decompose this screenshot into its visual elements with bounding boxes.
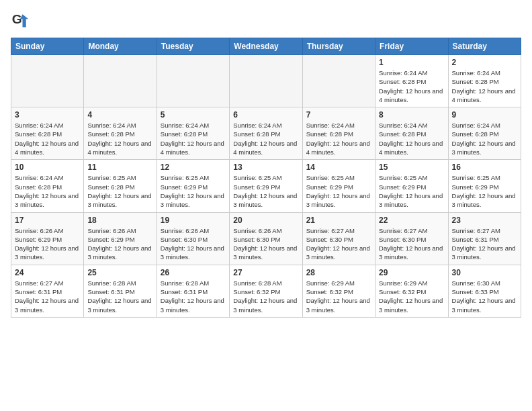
day-number: 10	[15, 163, 80, 172]
day-info: Sunrise: 6:25 AM Sunset: 6:29 PM Dayligh…	[306, 173, 371, 209]
calendar-day-cell: 11Sunrise: 6:25 AM Sunset: 6:28 PM Dayli…	[84, 160, 157, 212]
calendar-week-row: 10Sunrise: 6:24 AM Sunset: 6:28 PM Dayli…	[11, 160, 521, 212]
day-number: 14	[306, 163, 371, 172]
day-number: 9	[452, 110, 517, 120]
day-info: Sunrise: 6:27 AM Sunset: 6:31 PM Dayligh…	[452, 226, 517, 262]
day-info: Sunrise: 6:26 AM Sunset: 6:30 PM Dayligh…	[161, 226, 226, 262]
calendar-day-cell: 15Sunrise: 6:25 AM Sunset: 6:29 PM Dayli…	[375, 160, 448, 212]
day-info: Sunrise: 6:24 AM Sunset: 6:28 PM Dayligh…	[379, 121, 444, 156]
page-header: G	[11, 11, 521, 30]
calendar-day-cell: 16Sunrise: 6:25 AM Sunset: 6:29 PM Dayli…	[448, 160, 521, 212]
day-info: Sunrise: 6:29 AM Sunset: 6:32 PM Dayligh…	[306, 279, 371, 314]
day-info: Sunrise: 6:25 AM Sunset: 6:29 PM Dayligh…	[379, 173, 444, 209]
calendar-day-cell: 28Sunrise: 6:29 AM Sunset: 6:32 PM Dayli…	[302, 265, 375, 317]
logo: G	[11, 11, 32, 30]
calendar-table: SundayMondayTuesdayWednesdayThursdayFrid…	[11, 38, 521, 318]
day-info: Sunrise: 6:24 AM Sunset: 6:28 PM Dayligh…	[15, 173, 80, 209]
day-number: 7	[306, 110, 371, 120]
calendar-day-cell: 23Sunrise: 6:27 AM Sunset: 6:31 PM Dayli…	[448, 212, 521, 265]
calendar-day-cell: 26Sunrise: 6:28 AM Sunset: 6:31 PM Dayli…	[157, 265, 229, 317]
day-info: Sunrise: 6:24 AM Sunset: 6:28 PM Dayligh…	[233, 121, 298, 156]
calendar-day-cell: 12Sunrise: 6:25 AM Sunset: 6:29 PM Dayli…	[157, 160, 229, 212]
day-number: 30	[452, 268, 517, 277]
day-number: 15	[379, 163, 444, 172]
calendar-body: 1Sunrise: 6:24 AM Sunset: 6:28 PM Daylig…	[11, 55, 521, 318]
day-number: 17	[15, 216, 80, 225]
day-number: 22	[379, 216, 444, 225]
svg-text:G: G	[12, 12, 22, 26]
day-number: 4	[87, 110, 152, 120]
calendar-day-cell: 18Sunrise: 6:26 AM Sunset: 6:29 PM Dayli…	[84, 212, 157, 265]
calendar-week-row: 1Sunrise: 6:24 AM Sunset: 6:28 PM Daylig…	[11, 55, 521, 107]
calendar-day-cell	[230, 55, 302, 107]
day-info: Sunrise: 6:24 AM Sunset: 6:28 PM Dayligh…	[87, 121, 152, 156]
day-info: Sunrise: 6:24 AM Sunset: 6:28 PM Dayligh…	[379, 68, 444, 104]
calendar-day-cell: 7Sunrise: 6:24 AM Sunset: 6:28 PM Daylig…	[302, 107, 375, 160]
weekday-header-cell: Tuesday	[157, 38, 229, 55]
day-number: 28	[306, 268, 371, 277]
calendar-week-row: 3Sunrise: 6:24 AM Sunset: 6:28 PM Daylig…	[11, 107, 521, 160]
calendar-day-cell: 2Sunrise: 6:24 AM Sunset: 6:28 PM Daylig…	[448, 55, 521, 107]
day-info: Sunrise: 6:24 AM Sunset: 6:28 PM Dayligh…	[452, 68, 517, 104]
day-number: 24	[15, 268, 80, 277]
day-info: Sunrise: 6:25 AM Sunset: 6:29 PM Dayligh…	[452, 173, 517, 209]
day-number: 13	[233, 163, 298, 172]
calendar-day-cell: 20Sunrise: 6:26 AM Sunset: 6:30 PM Dayli…	[230, 212, 302, 265]
day-number: 12	[161, 163, 226, 172]
calendar-day-cell	[11, 55, 84, 107]
weekday-header-cell: Friday	[375, 38, 448, 55]
logo-icon: G	[11, 11, 30, 30]
calendar-day-cell: 1Sunrise: 6:24 AM Sunset: 6:28 PM Daylig…	[375, 55, 448, 107]
calendar-day-cell: 6Sunrise: 6:24 AM Sunset: 6:28 PM Daylig…	[230, 107, 302, 160]
calendar-day-cell: 10Sunrise: 6:24 AM Sunset: 6:28 PM Dayli…	[11, 160, 84, 212]
calendar-day-cell: 5Sunrise: 6:24 AM Sunset: 6:28 PM Daylig…	[157, 107, 229, 160]
day-number: 26	[161, 268, 226, 277]
day-info: Sunrise: 6:24 AM Sunset: 6:28 PM Dayligh…	[161, 121, 226, 156]
calendar-day-cell: 25Sunrise: 6:28 AM Sunset: 6:31 PM Dayli…	[84, 265, 157, 317]
calendar-day-cell: 22Sunrise: 6:27 AM Sunset: 6:30 PM Dayli…	[375, 212, 448, 265]
day-info: Sunrise: 6:26 AM Sunset: 6:30 PM Dayligh…	[233, 226, 298, 262]
day-number: 23	[452, 216, 517, 225]
day-number: 29	[379, 268, 444, 277]
day-info: Sunrise: 6:27 AM Sunset: 6:30 PM Dayligh…	[306, 226, 371, 262]
day-info: Sunrise: 6:24 AM Sunset: 6:28 PM Dayligh…	[306, 121, 371, 156]
day-number: 8	[379, 110, 444, 120]
weekday-header-cell: Saturday	[448, 38, 521, 55]
day-number: 18	[87, 216, 152, 225]
day-number: 16	[452, 163, 517, 172]
day-number: 27	[233, 268, 298, 277]
day-info: Sunrise: 6:25 AM Sunset: 6:29 PM Dayligh…	[233, 173, 298, 209]
calendar-day-cell	[157, 55, 229, 107]
calendar-week-row: 17Sunrise: 6:26 AM Sunset: 6:29 PM Dayli…	[11, 212, 521, 265]
weekday-header-row: SundayMondayTuesdayWednesdayThursdayFrid…	[11, 38, 521, 55]
day-info: Sunrise: 6:26 AM Sunset: 6:29 PM Dayligh…	[15, 226, 80, 262]
weekday-header-cell: Wednesday	[230, 38, 302, 55]
day-info: Sunrise: 6:24 AM Sunset: 6:28 PM Dayligh…	[15, 121, 80, 156]
day-number: 19	[161, 216, 226, 225]
day-info: Sunrise: 6:28 AM Sunset: 6:31 PM Dayligh…	[161, 279, 226, 314]
calendar-week-row: 24Sunrise: 6:27 AM Sunset: 6:31 PM Dayli…	[11, 265, 521, 317]
calendar-day-cell: 14Sunrise: 6:25 AM Sunset: 6:29 PM Dayli…	[302, 160, 375, 212]
day-number: 25	[87, 268, 152, 277]
calendar-day-cell: 13Sunrise: 6:25 AM Sunset: 6:29 PM Dayli…	[230, 160, 302, 212]
day-number: 21	[306, 216, 371, 225]
calendar-day-cell: 24Sunrise: 6:27 AM Sunset: 6:31 PM Dayli…	[11, 265, 84, 317]
day-info: Sunrise: 6:28 AM Sunset: 6:31 PM Dayligh…	[87, 279, 152, 314]
day-number: 20	[233, 216, 298, 225]
day-info: Sunrise: 6:26 AM Sunset: 6:29 PM Dayligh…	[87, 226, 152, 262]
calendar-day-cell: 27Sunrise: 6:28 AM Sunset: 6:32 PM Dayli…	[230, 265, 302, 317]
day-number: 11	[87, 163, 152, 172]
day-number: 1	[379, 58, 444, 67]
calendar-day-cell: 19Sunrise: 6:26 AM Sunset: 6:30 PM Dayli…	[157, 212, 229, 265]
calendar-day-cell: 8Sunrise: 6:24 AM Sunset: 6:28 PM Daylig…	[375, 107, 448, 160]
day-number: 3	[15, 110, 80, 120]
day-info: Sunrise: 6:29 AM Sunset: 6:32 PM Dayligh…	[379, 279, 444, 314]
calendar-day-cell: 30Sunrise: 6:30 AM Sunset: 6:33 PM Dayli…	[448, 265, 521, 317]
day-number: 6	[233, 110, 298, 120]
calendar-day-cell: 21Sunrise: 6:27 AM Sunset: 6:30 PM Dayli…	[302, 212, 375, 265]
calendar-day-cell	[302, 55, 375, 107]
day-info: Sunrise: 6:28 AM Sunset: 6:32 PM Dayligh…	[233, 279, 298, 314]
day-info: Sunrise: 6:25 AM Sunset: 6:28 PM Dayligh…	[87, 173, 152, 209]
day-number: 5	[161, 110, 226, 120]
weekday-header-cell: Sunday	[11, 38, 84, 55]
